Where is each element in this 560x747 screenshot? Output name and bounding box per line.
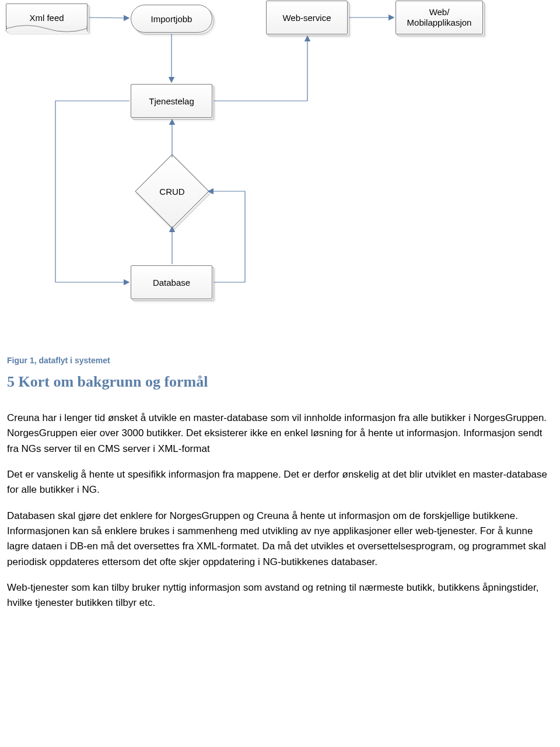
paragraph-2: Det er vanskelig å hente ut spesifikk in… [7,467,553,498]
node-database-label: Database [153,278,190,287]
figure-caption: Figur 1, dataflyt i systemet [7,356,553,365]
node-webmobile: Web/ Mobilapplikasjon [396,1,483,34]
node-database: Database [131,265,212,299]
node-crud-label: CRUD [159,187,184,197]
section-heading: 5 Kort om bakgrunn og formål [7,373,553,391]
node-webmobile-label: Web/ Mobilapplikasjon [407,7,472,28]
node-xmlfeed: Xml feed [6,3,88,31]
node-importjobb: Importjobb [131,5,212,33]
node-xmlfeed-label: Xml feed [29,13,64,23]
node-webservice: Web-service [266,1,348,34]
paragraph-4: Web-tjenester som kan tilby bruker nytti… [7,580,553,611]
paragraph-1: Creuna har i lenger tid ønsket å utvikle… [7,411,553,457]
paragraph-3: Databasen skal gjøre det enklere for Nor… [7,508,553,570]
node-crud: CRUD [146,165,198,218]
body-text: Creuna har i lenger tid ønsket å utvikle… [7,411,553,611]
diagram-arrows [0,0,560,350]
node-webservice-label: Web-service [282,13,331,23]
node-tjenestelag-label: Tjenestelag [149,96,194,106]
flow-diagram: Xml feed Importjobb Web-service Web/ Mob… [0,0,560,350]
svg-line-3 [89,17,128,18]
node-importjobb-label: Importjobb [151,14,192,24]
node-tjenestelag: Tjenestelag [131,84,212,118]
